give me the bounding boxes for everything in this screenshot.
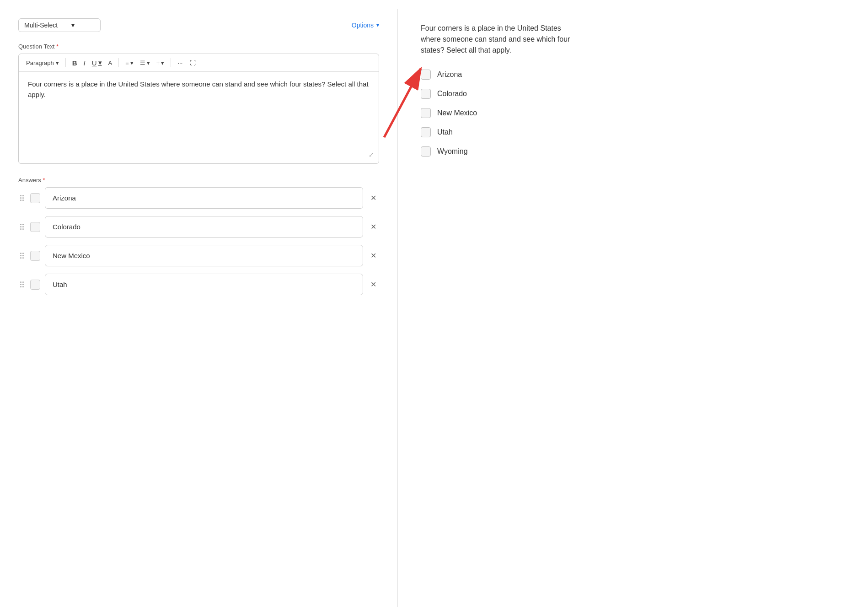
options-label: Options (352, 22, 374, 29)
answer-input-3[interactable] (45, 245, 363, 266)
underline-button[interactable]: U ▾ (89, 57, 105, 69)
left-panel: Multi-Select ▾ Options ▾ Question Text *… (0, 9, 398, 607)
drag-handle[interactable] (18, 222, 26, 232)
paragraph-style-button[interactable]: Paragraph ▾ (23, 58, 62, 68)
preview-checkbox-5[interactable] (421, 146, 431, 157)
bold-button[interactable]: B (70, 57, 80, 69)
answer-delete-button-3[interactable]: ✕ (368, 249, 379, 262)
required-marker: * (56, 43, 59, 50)
editor-toolbar: Paragraph ▾ B I U ▾ (19, 54, 379, 72)
preview-checkbox-3[interactable] (421, 108, 431, 118)
editor-body[interactable]: Four corners is a place in the United St… (19, 72, 379, 163)
answer-correct-checkbox-1[interactable] (30, 193, 40, 203)
preview-option-4: Utah (421, 127, 845, 137)
divider (65, 58, 66, 67)
question-body-text: Four corners is a place in the United St… (28, 80, 369, 98)
paragraph-label: Paragraph (26, 59, 54, 66)
answers-label: Answers * (18, 177, 379, 184)
more-options-button[interactable]: ··· (175, 58, 185, 68)
answer-correct-checkbox-4[interactable] (30, 280, 40, 290)
chevron-down-icon: ▾ (161, 59, 164, 66)
divider (171, 58, 171, 67)
resize-handle-icon: ⤢ (369, 150, 374, 160)
preview-option-label-5: Wyoming (437, 147, 468, 156)
answer-item-4: ✕ (18, 274, 379, 295)
drag-handle[interactable] (18, 251, 26, 260)
preview-question-text: Four corners is a place in the United St… (421, 23, 576, 56)
top-row: Multi-Select ▾ Options ▾ (18, 18, 379, 32)
chevron-down-icon: ▾ (98, 59, 102, 67)
insert-button[interactable]: + ▾ (154, 58, 167, 68)
answer-item-1: ✕ (18, 187, 379, 209)
preview-checkbox-4[interactable] (421, 127, 431, 137)
preview-option-3: New Mexico (421, 108, 845, 118)
chevron-down-icon: ▾ (56, 59, 59, 66)
strikethrough-button[interactable]: A (106, 58, 115, 68)
answer-correct-checkbox-3[interactable] (30, 251, 40, 261)
required-marker: * (43, 177, 45, 184)
preview-option-label-3: New Mexico (437, 109, 477, 117)
list-button[interactable]: ☰ ▾ (137, 58, 153, 68)
answer-delete-button-4[interactable]: ✕ (368, 278, 379, 291)
chevron-down-icon: ▾ (71, 22, 75, 29)
preview-option-2: Colorado (421, 89, 845, 99)
italic-button[interactable]: I (81, 57, 88, 69)
preview-option-5: Wyoming (421, 146, 845, 157)
divider (118, 58, 119, 67)
preview-option-label-2: Colorado (437, 90, 467, 98)
preview-options: Arizona Colorado New Mexico Utah Wyoming (421, 70, 845, 157)
chevron-down-icon: ▾ (130, 59, 134, 66)
format-group: B I U ▾ A (70, 57, 115, 69)
question-text-label: Question Text * (18, 43, 379, 50)
preview-checkbox-2[interactable] (421, 89, 431, 99)
paragraph-group: Paragraph ▾ (23, 58, 62, 68)
answer-item-2: ✕ (18, 216, 379, 238)
align-group: ≡ ▾ ☰ ▾ + ▾ (123, 58, 167, 68)
answers-section: ✕ ✕ ✕ (18, 187, 379, 295)
answer-input-4[interactable] (45, 274, 363, 295)
expand-button[interactable]: ⛶ (187, 58, 198, 68)
align-button[interactable]: ≡ ▾ (123, 58, 136, 68)
preview-option-1: Arizona (421, 70, 845, 80)
options-button[interactable]: Options ▾ (352, 22, 379, 29)
answer-correct-checkbox-2[interactable] (30, 222, 40, 232)
drag-handle[interactable] (18, 280, 26, 289)
preview-option-label-1: Arizona (437, 70, 462, 79)
right-panel: Four corners is a place in the United St… (398, 9, 868, 607)
chevron-down-icon: ▾ (147, 59, 150, 66)
preview-checkbox-1[interactable] (421, 70, 431, 80)
question-type-label: Multi-Select (24, 22, 58, 29)
answer-delete-button-1[interactable]: ✕ (368, 192, 379, 204)
answer-delete-button-2[interactable]: ✕ (368, 221, 379, 233)
question-type-dropdown[interactable]: Multi-Select ▾ (18, 18, 101, 32)
answer-input-1[interactable] (45, 187, 363, 209)
preview-option-label-4: Utah (437, 128, 453, 136)
drag-handle[interactable] (18, 193, 26, 203)
question-editor: Paragraph ▾ B I U ▾ (18, 54, 379, 164)
answer-input-2[interactable] (45, 216, 363, 238)
answer-item-3: ✕ (18, 245, 379, 266)
chevron-down-icon: ▾ (376, 22, 379, 28)
